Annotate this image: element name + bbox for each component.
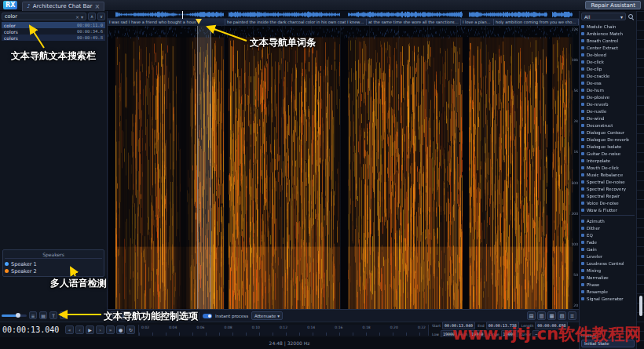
module-icon <box>581 227 584 230</box>
search-next-button[interactable]: ∨ <box>97 13 105 20</box>
transport-button[interactable]: ● <box>116 325 125 334</box>
module-item[interactable]: Leveler <box>581 253 635 260</box>
module-item[interactable]: Resample <box>581 288 635 295</box>
module-item[interactable]: De-crackle <box>581 72 635 79</box>
attenuate-dropdown[interactable]: Attenuate ▾ <box>251 311 283 320</box>
module-item[interactable]: Mixing <box>581 267 635 274</box>
module-item[interactable]: De-reverb <box>581 100 635 107</box>
module-item[interactable]: Dialogue Contour <box>581 129 635 136</box>
spectrogram-canvas[interactable] <box>108 26 579 309</box>
module-item[interactable]: Spectral Recovery <box>581 185 635 192</box>
slider-knob[interactable] <box>16 313 20 318</box>
module-item[interactable]: Wow & Flutter <box>581 206 635 213</box>
transport-button[interactable]: « <box>65 325 74 334</box>
module-item[interactable]: Spectral Repair <box>581 192 635 199</box>
transport-button[interactable]: » <box>106 325 115 334</box>
module-filter-dropdown[interactable]: All ▾ <box>581 13 626 20</box>
text-search-input[interactable]: color × ▾ <box>2 13 86 20</box>
scrollbar-thumb[interactable] <box>639 296 642 316</box>
module-item[interactable]: Fade <box>581 238 635 245</box>
module-item[interactable]: Normalize <box>581 274 635 281</box>
view-option-icon[interactable]: ▥ <box>537 311 546 320</box>
repair-assistant-button[interactable]: Repair Assistant <box>585 1 641 9</box>
module-item[interactable]: De-clip <box>581 65 635 72</box>
view-option-icon[interactable]: ▦ <box>547 311 556 320</box>
module-item[interactable]: Dialogue Isolate <box>581 143 635 150</box>
timeline-ruler[interactable]: 0:020:040:060:080:100:120:140:160:180:20… <box>138 325 429 336</box>
module-item[interactable]: De-wind <box>581 115 635 122</box>
transcript-segment[interactable]: he painted the inside the dark charcoal … <box>225 19 367 25</box>
module-item[interactable]: Center Extract <box>581 44 635 51</box>
module-item[interactable]: Mouth De-click <box>581 164 635 171</box>
view-option-icon[interactable]: ▤ <box>527 311 536 320</box>
module-item[interactable]: De-click <box>581 58 635 65</box>
module-item[interactable]: Voice De-noise <box>581 199 635 206</box>
module-item[interactable]: Music Rebalance <box>581 171 635 178</box>
module-label: Fade <box>587 240 597 245</box>
module-item[interactable]: De-bleed <box>581 51 635 58</box>
module-item[interactable]: Azimuth <box>581 217 635 224</box>
text-nav-control-icon[interactable]: ↻ <box>60 311 68 319</box>
module-item[interactable]: Deconstruct <box>581 122 635 129</box>
tab-close-icon[interactable]: × <box>94 3 100 10</box>
view-option-icon[interactable]: ≡ <box>568 311 576 320</box>
search-result-row[interactable]: color 00:00:11.0 <box>2 22 105 28</box>
text-nav-slider[interactable] <box>2 314 27 317</box>
transcript-segment[interactable]: at the same time she wore all the sancti… <box>367 19 461 25</box>
module-item[interactable]: De-ess <box>581 79 635 86</box>
transcript-segment[interactable]: holy ambition coming from you we should … <box>494 19 579 25</box>
transcript-segment[interactable]: I love a plant m <box>461 19 494 25</box>
module-item[interactable]: Spectral De-noise <box>581 178 635 185</box>
module-item[interactable]: De-plosive <box>581 93 635 100</box>
module-item[interactable]: Ambience Match <box>581 30 635 37</box>
module-icon <box>581 152 584 155</box>
module-item[interactable]: Interpolate <box>581 157 635 164</box>
file-tab-label: Architecture Chat Bar <box>33 3 93 9</box>
module-icon <box>581 173 584 176</box>
module-item[interactable]: De-rustle <box>581 107 635 115</box>
speaker-row[interactable]: Speaker 1 <box>5 260 102 267</box>
text-nav-control-icon[interactable]: ▤ <box>39 311 47 319</box>
module-item[interactable]: Phase <box>581 281 635 288</box>
module-item[interactable]: Guitar De-noise <box>581 150 635 157</box>
transport-button[interactable]: › <box>96 325 104 334</box>
text-nav-control-icon[interactable]: ≡ <box>29 311 37 319</box>
search-result-row[interactable]: colors 00:00:49.8 <box>2 35 105 41</box>
module-item[interactable]: Breath Control <box>581 37 635 44</box>
module-item[interactable]: EQ <box>581 231 635 238</box>
view-option-icon[interactable]: ▧ <box>558 311 566 320</box>
word-marker-icon[interactable] <box>196 19 202 24</box>
module-search-icon[interactable] <box>628 13 635 20</box>
waveform-overview[interactable] <box>108 11 579 19</box>
frequency-scale-label: 1k <box>569 150 578 154</box>
module-label: Signal Generator <box>587 296 624 301</box>
module-label: Gain <box>587 247 597 252</box>
ruler-tick-label: 0:18 <box>363 325 371 329</box>
module-item[interactable]: Dialogue De-reverb <box>581 136 635 143</box>
module-item[interactable]: Dither <box>581 224 635 231</box>
clear-search-icon[interactable]: × <box>75 14 79 20</box>
transport-buttons: «‹▶›»●↻ <box>65 325 135 334</box>
transport-button[interactable]: ↻ <box>126 325 135 334</box>
instant-process-toggle[interactable] <box>203 314 212 318</box>
module-item[interactable]: Signal Generator <box>581 295 635 302</box>
file-tab[interactable]: ♪ Architecture Chat Bar × <box>22 2 104 11</box>
search-result-row[interactable]: colors 00:00:34.6 <box>2 28 105 35</box>
overview-playhead <box>182 11 183 19</box>
speaker-row[interactable]: Speaker 2 <box>5 267 102 274</box>
transport-button[interactable]: ▶ <box>86 325 94 334</box>
module-item[interactable]: Loudness Control <box>581 260 635 267</box>
result-time: 00:00:34.6 <box>77 29 103 34</box>
module-label: Breath Control <box>587 38 618 43</box>
search-prev-button[interactable]: ∧ <box>88 13 96 20</box>
ruler-tick-label: 0:12 <box>280 325 287 329</box>
transcript-segment[interactable]: I was sad I have a friend who bought a h… <box>108 19 225 25</box>
transport-button[interactable]: ‹ <box>75 325 84 334</box>
module-item[interactable]: Gain <box>581 245 635 253</box>
module-item[interactable]: Module Chain <box>581 23 635 30</box>
spectrogram-view: 22k10k5k2k1k5002001005020 <box>108 26 579 309</box>
chevron-down-icon[interactable]: ▾ <box>81 14 83 20</box>
module-item[interactable]: De-hum <box>581 86 635 93</box>
module-icon <box>581 283 584 286</box>
text-nav-control-icon[interactable]: T <box>49 311 57 319</box>
